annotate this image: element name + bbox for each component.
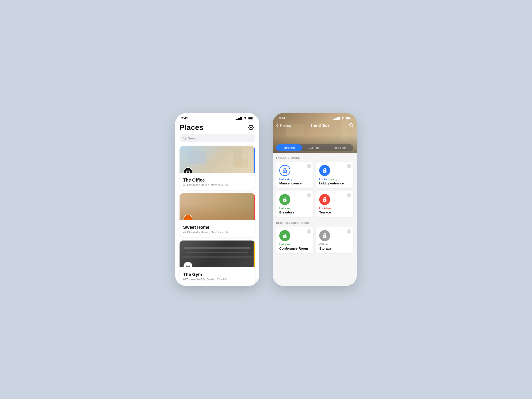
lock-name: Lobby entrence <box>319 181 350 185</box>
place-name: The Gym <box>183 272 251 277</box>
recent-locks-label: RECENTLY USED LOCKS <box>276 222 353 224</box>
right-body: FAVORITE LOCKS i Unlocking Main entrence <box>273 153 357 286</box>
card-image-office <box>180 146 255 173</box>
svg-rect-3 <box>248 117 252 119</box>
info-button[interactable]: i <box>307 229 311 234</box>
svg-point-16 <box>284 171 285 172</box>
lock-icon-terrace <box>319 194 330 205</box>
nearby-badge: Nearby <box>329 178 337 181</box>
svg-point-10 <box>342 119 343 119</box>
svg-rect-9 <box>189 266 190 267</box>
favorite-locks-grid: i Unlocking Main entrence i <box>276 162 353 217</box>
card-body-gym: The Gym 927 Lakeville RD, Garden City, N… <box>180 267 255 284</box>
lock-card-lobby[interactable]: i Locked Nearby Lobby entrence <box>316 162 353 188</box>
back-button[interactable]: Places <box>276 124 291 128</box>
location-title: The Office <box>310 123 330 128</box>
place-card-office[interactable]: The Office 49 Clarabelle Haven, New York… <box>180 146 255 190</box>
lock-status: Lockdown <box>319 207 350 210</box>
lock-card-conference[interactable]: i Unlocked Conferance Room <box>276 227 313 253</box>
search-icon <box>183 137 186 140</box>
lock-card-storage[interactable]: i Offline Storage <box>316 227 353 253</box>
battery-icon <box>346 117 351 120</box>
left-status-bar: 9:41 ▂▄▆ <box>175 113 259 121</box>
recent-locks-grid: i Unlocked Conferance Room i <box>276 227 353 253</box>
left-content: Places Search <box>175 121 259 284</box>
places-header: Places <box>180 121 255 134</box>
search-placeholder: Search <box>188 136 199 140</box>
lock-status: Offline <box>319 243 350 246</box>
hero-image: 9:41 ▂▄▆ <box>273 113 357 153</box>
card-image-home: ⌂ <box>180 193 255 220</box>
svg-rect-2 <box>253 117 253 119</box>
svg-rect-8 <box>186 266 187 267</box>
svg-rect-7 <box>186 266 190 266</box>
svg-point-20 <box>284 200 285 201</box>
card-body-office: The Office 49 Clarabelle Haven, New York… <box>180 173 255 190</box>
wifi-icon <box>243 117 247 120</box>
place-address: 49 Clarabelle Haven, New York, NY <box>183 183 251 187</box>
info-button[interactable]: i <box>307 164 311 168</box>
place-name: The Office <box>183 177 251 183</box>
battery-icon <box>248 117 253 120</box>
place-card-home[interactable]: ⌂ Sweet Home 49 Clarabelle Haven, New Yo… <box>180 193 255 237</box>
lock-status: Locked <box>319 178 329 181</box>
info-button[interactable]: i <box>347 193 351 197</box>
lock-icon-conference <box>279 230 290 241</box>
svg-point-26 <box>324 236 325 237</box>
lock-card-main[interactable]: i Unlocking Main entrence <box>276 162 313 188</box>
hero-nav: Places The Office <box>273 123 357 128</box>
lock-name: Conferance Room <box>279 247 310 250</box>
lock-icon-elevators <box>279 194 290 205</box>
right-status-icons: ▂▄▆ <box>333 116 351 120</box>
svg-rect-13 <box>346 117 349 119</box>
signal-icon: ▂▄▆ <box>333 116 340 120</box>
info-button[interactable]: i <box>347 164 351 168</box>
info-button[interactable]: i <box>347 229 351 234</box>
lock-icon-lobby <box>319 165 330 176</box>
right-phone: 9:41 ▂▄▆ <box>273 113 357 286</box>
settings-button[interactable] <box>247 123 255 132</box>
card-body-home: Sweet Home 49 Clarabelle Haven, New York… <box>180 220 255 237</box>
left-phone: 9:41 ▂▄▆ Places <box>175 113 259 286</box>
lock-name: Elevators <box>279 210 310 214</box>
app-container: 9:41 ▂▄▆ Places <box>162 100 370 299</box>
svg-point-24 <box>284 236 285 237</box>
svg-point-0 <box>245 119 245 119</box>
lock-status: Unlocked <box>279 207 310 210</box>
place-address: 49 Clarabelle Haven, New York, NY <box>183 231 251 234</box>
favorite-locks-label: FAVORITE LOCKS <box>276 157 353 159</box>
lock-icon-main <box>279 165 290 176</box>
lock-status: Unlocking <box>279 178 310 181</box>
place-name: Sweet Home <box>183 225 251 230</box>
svg-point-6 <box>188 171 189 172</box>
search-button[interactable] <box>349 123 353 128</box>
svg-point-18 <box>324 171 325 172</box>
left-status-icons: ▂▄▆ <box>236 116 253 120</box>
svg-rect-12 <box>350 117 351 119</box>
lock-icon-storage <box>319 230 330 241</box>
search-bar[interactable]: Search <box>180 134 255 142</box>
tab-1st-floor[interactable]: 1st Floor <box>302 144 328 151</box>
place-address: 927 Lakeville RD, Garden City, NY <box>183 278 251 281</box>
svg-point-22 <box>324 200 325 201</box>
left-time: 9:41 <box>181 116 188 120</box>
card-image-gym <box>180 241 255 267</box>
wifi-icon <box>341 117 344 120</box>
place-card-gym[interactable]: The Gym 927 Lakeville RD, Garden City, N… <box>180 241 255 284</box>
tab-2nd-floor[interactable]: 2nd Floor <box>328 144 353 151</box>
lock-name: Storage <box>319 247 350 250</box>
signal-icon: ▂▄▆ <box>236 116 242 120</box>
lock-card-elevators[interactable]: i Unlocked Elevators <box>276 191 313 217</box>
tab-favorites[interactable]: Favorites <box>276 144 302 151</box>
lock-name: Main entrence <box>279 181 310 185</box>
page-title: Places <box>180 123 203 132</box>
info-button[interactable]: i <box>307 193 311 197</box>
lock-name: Terrace <box>319 210 350 214</box>
right-status-bar: 9:41 ▂▄▆ <box>273 113 357 121</box>
lock-status: Unlocked <box>279 243 310 246</box>
back-label: Places <box>280 124 291 128</box>
right-time: 9:41 <box>279 116 285 120</box>
lock-card-terrace[interactable]: i Lockdown Terrace <box>316 191 353 217</box>
tab-bar: Favorites 1st Floor 2nd Floor <box>276 144 353 151</box>
